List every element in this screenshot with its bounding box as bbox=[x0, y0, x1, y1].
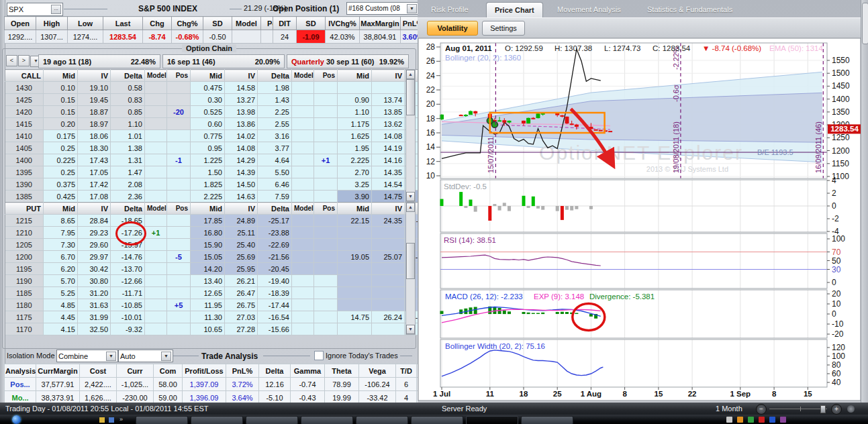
chain-cell[interactable]: 19.45 bbox=[78, 94, 111, 106]
chain-cell[interactable] bbox=[338, 263, 372, 275]
next-expiration-button[interactable]: > bbox=[18, 55, 30, 66]
chain-cell[interactable]: 1.31 bbox=[111, 154, 145, 166]
tray-icon[interactable] bbox=[780, 417, 786, 423]
scroll-down-icon[interactable]: ▼ bbox=[406, 325, 415, 334]
chevron-right-icon[interactable]: » bbox=[119, 416, 123, 423]
chain-cell[interactable]: 5.50 bbox=[258, 166, 292, 178]
chain-cell[interactable]: 14.39 bbox=[225, 166, 258, 178]
chain-cell[interactable]: 2.70 bbox=[338, 166, 372, 178]
taskbar-button[interactable] bbox=[136, 416, 188, 424]
taskbar-button[interactable] bbox=[466, 416, 518, 424]
chain-cell[interactable] bbox=[292, 94, 314, 106]
chain-cell[interactable]: 18.97 bbox=[78, 118, 111, 130]
chain-cell[interactable]: 26.24 bbox=[372, 311, 405, 323]
strike-cell[interactable]: 1425 bbox=[5, 94, 44, 106]
expiration-header[interactable]: 19 ago 11 (18)22.48% bbox=[38, 54, 160, 68]
chain-cell[interactable] bbox=[292, 191, 314, 203]
chain-cell[interactable] bbox=[314, 178, 338, 191]
chain-cell[interactable] bbox=[145, 191, 167, 203]
chain-cell[interactable]: +1 bbox=[145, 227, 167, 239]
chain-cell[interactable] bbox=[314, 191, 338, 203]
chain-cell[interactable]: -15.66 bbox=[258, 323, 292, 335]
chain-cell[interactable]: 7.30 bbox=[44, 239, 78, 251]
chain-cell[interactable]: 13.74 bbox=[372, 94, 405, 106]
chain-cell[interactable]: 0.25 bbox=[44, 166, 78, 178]
chain-cell[interactable]: 29.23 bbox=[78, 227, 111, 239]
position-selector[interactable]: #168 Custom (08 ▼ bbox=[346, 2, 419, 15]
chain-cell[interactable] bbox=[167, 287, 191, 299]
strike-cell[interactable]: 1410 bbox=[5, 130, 44, 142]
window-scrollbar[interactable] bbox=[861, 0, 868, 403]
chain-cell[interactable]: 0.58 bbox=[111, 82, 145, 94]
chain-cell[interactable] bbox=[167, 239, 191, 251]
put-scrollbar-thumb[interactable] bbox=[406, 243, 415, 279]
taskbar-button[interactable] bbox=[191, 416, 243, 424]
chain-cell[interactable] bbox=[314, 130, 338, 142]
chain-cell[interactable]: 15.05 bbox=[191, 251, 225, 263]
chain-cell[interactable]: 25.69 bbox=[225, 251, 258, 263]
chain-cell[interactable]: 13.62 bbox=[372, 118, 405, 130]
chain-cell[interactable] bbox=[167, 263, 191, 275]
chain-cell[interactable]: 0.425 bbox=[44, 191, 78, 203]
chain-cell[interactable]: 5.70 bbox=[44, 275, 78, 287]
chain-cell[interactable] bbox=[338, 323, 372, 335]
chain-cell[interactable] bbox=[292, 215, 314, 227]
chain-cell[interactable] bbox=[167, 191, 191, 203]
chevron-down-icon[interactable]: ▼ bbox=[161, 352, 171, 361]
chain-cell[interactable]: -12.66 bbox=[111, 275, 145, 287]
chain-cell[interactable]: 17.42 bbox=[78, 178, 111, 191]
chain-cell[interactable]: -11.71 bbox=[111, 287, 145, 299]
chain-cell[interactable]: 3.90 bbox=[338, 191, 372, 203]
taskbar-button[interactable] bbox=[411, 416, 463, 424]
chain-cell[interactable] bbox=[145, 166, 167, 178]
chain-cell[interactable] bbox=[167, 178, 191, 191]
chain-cell[interactable]: 1.10 bbox=[111, 118, 145, 130]
chain-cell[interactable] bbox=[372, 82, 405, 94]
chain-cell[interactable] bbox=[145, 142, 167, 154]
chain-cell[interactable]: 14.08 bbox=[225, 142, 258, 154]
chain-cell[interactable]: 17.85 bbox=[191, 215, 225, 227]
tab-statistics-fundamentals[interactable]: Statistics & Fundamentals bbox=[639, 2, 740, 17]
chain-cell[interactable]: 14.20 bbox=[191, 263, 225, 275]
chain-cell[interactable]: 27.28 bbox=[225, 323, 258, 335]
chain-cell[interactable]: 7.95 bbox=[44, 227, 78, 239]
chain-cell[interactable] bbox=[167, 215, 191, 227]
zoom-slider-track[interactable] bbox=[769, 409, 827, 409]
chain-cell[interactable]: -10.01 bbox=[111, 311, 145, 323]
strike-cell[interactable]: 1405 bbox=[5, 142, 44, 154]
expiration-header[interactable]: 16 sep 11 (46)20.09% bbox=[162, 54, 285, 68]
isolation-mode-select[interactable]: Combine ▼ bbox=[56, 350, 118, 362]
chain-cell[interactable]: 5.25 bbox=[44, 287, 78, 299]
tray-icon[interactable] bbox=[759, 417, 765, 423]
chain-cell[interactable] bbox=[167, 311, 191, 323]
chain-cell[interactable] bbox=[292, 118, 314, 130]
chain-cell[interactable]: 10.65 bbox=[191, 323, 225, 335]
chain-cell[interactable]: 1.10 bbox=[338, 106, 372, 118]
chain-cell[interactable]: 18.30 bbox=[78, 142, 111, 154]
chain-cell[interactable]: 12.65 bbox=[191, 287, 225, 299]
chain-cell[interactable]: 6.20 bbox=[44, 263, 78, 275]
chain-cell[interactable] bbox=[314, 263, 338, 275]
chain-cell[interactable]: 6.46 bbox=[258, 178, 292, 191]
zoom-in-button[interactable]: + bbox=[831, 404, 842, 415]
chain-cell[interactable]: 0.10 bbox=[44, 82, 78, 94]
chain-cell[interactable]: 11.30 bbox=[191, 311, 225, 323]
chain-cell[interactable] bbox=[145, 239, 167, 251]
volatility-button[interactable]: Volatility bbox=[427, 21, 478, 36]
chain-cell[interactable]: 0.475 bbox=[191, 82, 225, 94]
ignore-trades-checkbox[interactable] bbox=[314, 351, 324, 360]
symbol-input[interactable]: SPX ... bbox=[7, 3, 63, 16]
chain-cell[interactable]: 17.08 bbox=[78, 191, 111, 203]
chain-cell[interactable] bbox=[145, 82, 167, 94]
strike-cell[interactable]: 1190 bbox=[5, 275, 44, 287]
chain-cell[interactable]: 0.30 bbox=[191, 94, 225, 106]
strike-cell[interactable]: 1400 bbox=[5, 154, 44, 166]
chain-cell[interactable]: 14.75 bbox=[338, 311, 372, 323]
strike-cell[interactable]: 1395 bbox=[5, 166, 44, 178]
chain-cell[interactable]: 14.16 bbox=[372, 154, 405, 166]
chain-cell[interactable] bbox=[314, 275, 338, 287]
chain-cell[interactable]: 1.95 bbox=[338, 142, 372, 154]
chain-cell[interactable]: 0.25 bbox=[44, 142, 78, 154]
chain-cell[interactable]: 25.40 bbox=[225, 239, 258, 251]
zoom-out-button[interactable]: − bbox=[756, 404, 767, 415]
